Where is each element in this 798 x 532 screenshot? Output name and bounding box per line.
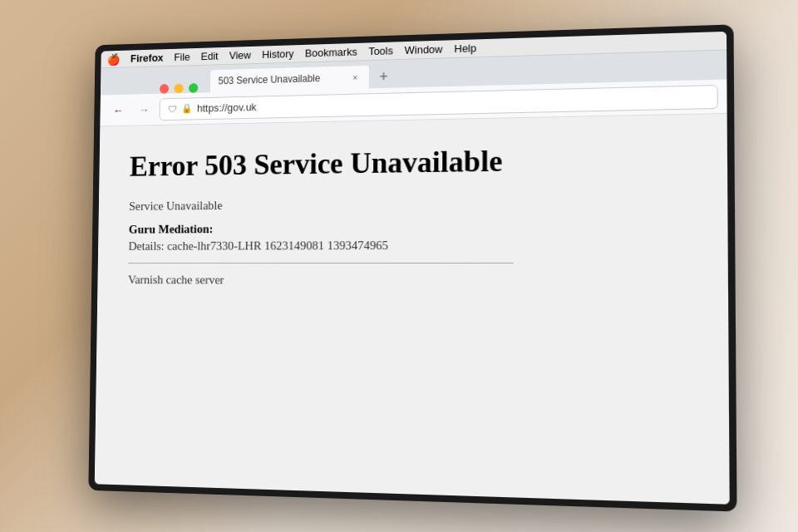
menu-view[interactable]: View xyxy=(229,49,251,62)
minimize-button[interactable] xyxy=(174,84,183,94)
back-button[interactable]: ← xyxy=(107,99,129,121)
menu-history[interactable]: History xyxy=(262,47,294,61)
guru-mediation-label: Guru Mediation: xyxy=(129,219,692,237)
new-tab-button[interactable]: + xyxy=(372,65,396,88)
browser-content: Error 503 Service Unavailable Service Un… xyxy=(95,114,730,505)
details-text: Details: cache-lhr7330-LHR 1623149081 13… xyxy=(128,238,692,254)
menu-bookmarks[interactable]: Bookmarks xyxy=(305,46,357,60)
guru-mediation-section: Guru Mediation: Details: cache-lhr7330-L… xyxy=(128,219,692,254)
varnish-section: Varnish cache server xyxy=(128,273,692,288)
service-unavailable-section: Service Unavailable xyxy=(129,195,692,214)
service-unavailable-label: Service Unavailable xyxy=(129,195,692,214)
tab-title: 503 Service Unavailable xyxy=(218,72,344,87)
close-button[interactable] xyxy=(160,84,169,94)
menu-window[interactable]: Window xyxy=(405,43,443,57)
url-display: https://gov.uk xyxy=(197,101,257,114)
lock-icon: 🔒 xyxy=(181,103,192,114)
shield-icon: 🛡 xyxy=(168,103,177,115)
varnish-label: Varnish cache server xyxy=(128,273,692,288)
active-tab[interactable]: 503 Service Unavailable × xyxy=(210,66,369,92)
section-divider xyxy=(128,263,513,264)
maximize-button[interactable] xyxy=(189,83,198,93)
tab-close-button[interactable]: × xyxy=(349,71,361,83)
error-title: Error 503 Service Unavailable xyxy=(130,140,692,185)
apple-menu[interactable]: 🍎 xyxy=(107,52,121,66)
laptop-screen: 🍎 Firefox File Edit View History Bookmar… xyxy=(95,32,730,505)
menu-edit[interactable]: Edit xyxy=(201,50,219,62)
menu-file[interactable]: File xyxy=(174,51,190,63)
menu-firefox[interactable]: Firefox xyxy=(131,52,164,64)
laptop: 🍎 Firefox File Edit View History Bookmar… xyxy=(88,24,736,511)
forward-button[interactable]: → xyxy=(133,98,155,121)
menu-tools[interactable]: Tools xyxy=(368,44,393,57)
menu-help[interactable]: Help xyxy=(454,42,476,55)
